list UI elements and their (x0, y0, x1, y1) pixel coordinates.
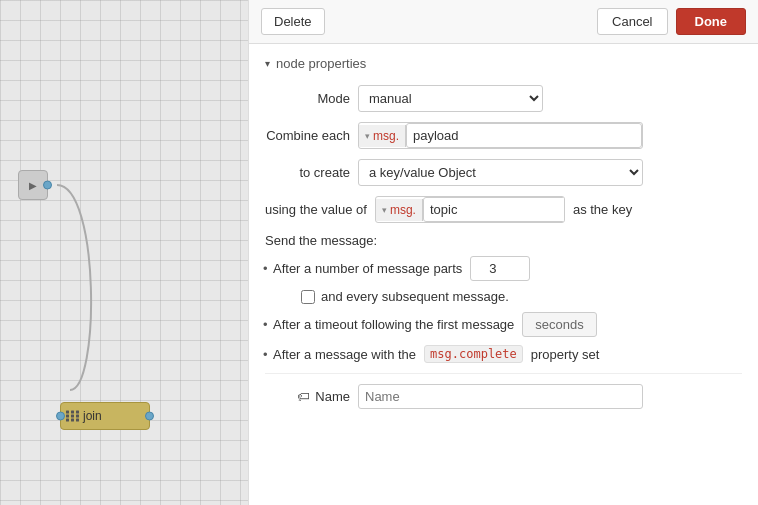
arrow-node-port[interactable] (43, 181, 52, 190)
name-label-wrap: 🏷 Name (265, 389, 350, 404)
bullet1-text: After a number of message parts (273, 261, 462, 276)
sub-item-1: and every subsequent message. (265, 289, 742, 304)
name-label: Name (315, 389, 350, 404)
msg-complete-tag: msg.complete (424, 345, 523, 363)
combine-msg-label: msg. (373, 129, 399, 143)
bullet2-text: After a timeout following the first mess… (273, 317, 514, 332)
bullet3-after: property set (531, 347, 600, 362)
create-label: to create (265, 165, 350, 180)
header-actions: Cancel Done (597, 8, 746, 35)
create-row: to create a key/value Object an Array a … (265, 159, 742, 186)
create-select[interactable]: a key/value Object an Array a String (358, 159, 643, 186)
send-title: Send the message: (265, 233, 742, 248)
section-title: node properties (276, 56, 366, 71)
properties-panel: Delete Cancel Done ▾ node properties Mod… (248, 0, 758, 505)
section-heading: ▾ node properties (265, 56, 742, 71)
combine-msg-pill[interactable]: ▾ msg. (359, 125, 406, 147)
combine-text-input[interactable] (406, 123, 642, 148)
message-parts-input[interactable] (470, 256, 530, 281)
using-label: using the value of (265, 202, 367, 217)
bullet-list: After a number of message parts and ever… (265, 256, 742, 363)
done-button[interactable]: Done (676, 8, 747, 35)
node-icon (66, 411, 80, 422)
bullet3-before: After a message with the (273, 347, 416, 362)
name-input[interactable] (358, 384, 643, 409)
as-the-key-label: as the key (573, 202, 632, 217)
join-node[interactable]: join (60, 402, 150, 430)
tag-icon: 🏷 (297, 389, 310, 404)
subsequent-label: and every subsequent message. (321, 289, 509, 304)
combine-pill-arrow: ▾ (365, 131, 370, 141)
using-row: using the value of ▾ msg. as the key (265, 196, 742, 223)
combine-label: Combine each (265, 128, 350, 143)
seconds-button[interactable]: seconds (522, 312, 596, 337)
arrow-node[interactable] (18, 170, 48, 200)
join-node-port-right[interactable] (145, 412, 154, 421)
combine-row: Combine each ▾ msg. (265, 122, 742, 149)
bullet-item-3: After a message with the msg.complete pr… (265, 345, 742, 363)
mode-row: Mode manual automatic (265, 85, 742, 112)
mode-label: Mode (265, 91, 350, 106)
join-node-label: join (83, 409, 102, 423)
mode-select[interactable]: manual automatic (358, 85, 543, 112)
combine-input-wrap: ▾ msg. (358, 122, 643, 149)
bullet-item-2: After a timeout following the first mess… (265, 312, 742, 337)
cancel-button[interactable]: Cancel (597, 8, 667, 35)
key-input-wrap: ▾ msg. (375, 196, 565, 223)
panel-header: Delete Cancel Done (249, 0, 758, 44)
subsequent-checkbox[interactable] (301, 290, 315, 304)
delete-button[interactable]: Delete (261, 8, 325, 35)
join-node-port-left[interactable] (56, 412, 65, 421)
canvas: join (0, 0, 248, 505)
key-text-input[interactable] (423, 197, 565, 222)
key-pill-arrow: ▾ (382, 205, 387, 215)
panel-body: ▾ node properties Mode manual automatic … (249, 44, 758, 505)
chevron-icon: ▾ (265, 58, 270, 69)
key-msg-pill[interactable]: ▾ msg. (376, 199, 423, 221)
name-row: 🏷 Name (265, 373, 742, 409)
bullet-item-1: After a number of message parts (265, 256, 742, 281)
key-msg-label: msg. (390, 203, 416, 217)
send-section: Send the message: After a number of mess… (265, 233, 742, 363)
